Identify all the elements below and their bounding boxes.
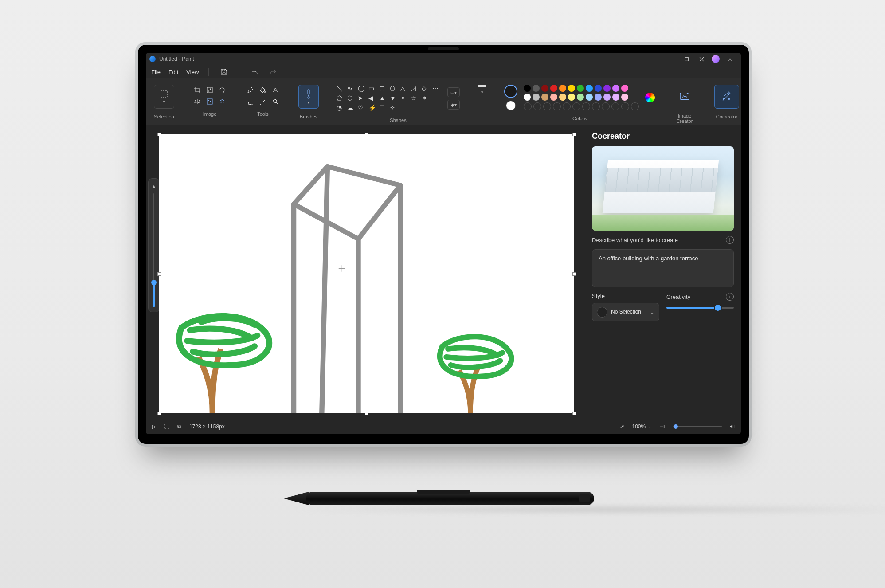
canvas-handle[interactable]: [573, 412, 576, 415]
color-swatch[interactable]: [550, 85, 557, 92]
close-button[interactable]: [694, 53, 709, 65]
zoom-in-button[interactable]: +⃝: [730, 423, 735, 430]
color-swatch[interactable]: [621, 85, 628, 92]
color-swatch[interactable]: [592, 102, 600, 110]
color-2[interactable]: [506, 101, 516, 110]
canvas-handle[interactable]: [158, 273, 161, 275]
color-swatch[interactable]: [612, 85, 619, 92]
color-swatch[interactable]: [577, 85, 584, 92]
shape-arrowu-icon: ▲: [379, 94, 388, 102]
fit-screen-button[interactable]: ⤢: [620, 423, 624, 430]
picker-tool[interactable]: [258, 96, 268, 107]
svg-point-8: [273, 99, 277, 103]
shape-diamond-icon: ◇: [422, 85, 431, 93]
minimize-button[interactable]: [664, 53, 679, 65]
cocreator-preview[interactable]: [592, 146, 734, 231]
menu-view[interactable]: View: [186, 69, 199, 75]
color-swatch[interactable]: [541, 85, 548, 92]
remove-bg-tool[interactable]: [204, 96, 215, 107]
color-swatch[interactable]: [595, 94, 602, 101]
color-swatch[interactable]: [621, 94, 628, 101]
settings-button[interactable]: [722, 53, 737, 65]
color-swatch[interactable]: [612, 94, 619, 101]
magic-select-tool[interactable]: [217, 96, 227, 107]
color-swatch[interactable]: [586, 85, 593, 92]
fill-tool[interactable]: [258, 85, 268, 95]
redo-button[interactable]: [268, 67, 278, 77]
cursor-tool-icon[interactable]: ▷: [152, 423, 156, 430]
user-avatar[interactable]: [712, 55, 720, 63]
canvas-handle[interactable]: [573, 273, 576, 275]
canvas-handle[interactable]: [365, 133, 368, 136]
shape-fill-button[interactable]: ◆▾: [447, 100, 460, 110]
resize-tool[interactable]: [204, 85, 215, 95]
shape-callout-icon: ◔: [337, 104, 345, 112]
color-swatch[interactable]: [582, 102, 590, 110]
style-select[interactable]: No Selection ⌄: [592, 303, 659, 321]
color-swatch[interactable]: [631, 102, 639, 110]
color-swatch[interactable]: [524, 102, 532, 110]
text-tool[interactable]: [270, 85, 281, 95]
color-swatch[interactable]: [533, 102, 541, 110]
zoom-dropdown-icon[interactable]: ⌄: [648, 424, 652, 429]
save-button[interactable]: [219, 67, 229, 77]
stroke-size-button[interactable]: [478, 85, 486, 87]
pencil-tool[interactable]: [245, 85, 256, 95]
color-swatch[interactable]: [568, 85, 575, 92]
window-title: Untitled - Paint: [159, 56, 194, 62]
color-swatch[interactable]: [524, 94, 531, 101]
flip-tool[interactable]: [192, 96, 203, 107]
color-swatch[interactable]: [572, 102, 580, 110]
selection-tool[interactable]: ▾: [154, 85, 174, 109]
color-swatch[interactable]: [595, 85, 602, 92]
magnifier-tool[interactable]: [270, 96, 281, 107]
info-icon[interactable]: i: [726, 293, 734, 301]
canvas-handle[interactable]: [573, 133, 576, 136]
undo-button[interactable]: [249, 67, 260, 77]
color-swatch[interactable]: [559, 94, 566, 101]
group-tools: Tools: [242, 82, 284, 117]
color-swatch[interactable]: [611, 102, 619, 110]
color-1[interactable]: [504, 85, 517, 98]
brush-size-slider[interactable]: ▲: [149, 179, 159, 312]
image-creator-button[interactable]: [673, 85, 697, 108]
rotate-tool[interactable]: [217, 85, 227, 95]
svg-rect-1: [685, 57, 688, 61]
brushes-button[interactable]: ▾: [298, 85, 319, 109]
color-swatch[interactable]: [621, 102, 629, 110]
color-swatch[interactable]: [533, 85, 540, 92]
title-bar[interactable]: Untitled - Paint: [146, 53, 741, 65]
color-swatch[interactable]: [577, 94, 584, 101]
color-swatch[interactable]: [559, 85, 566, 92]
zoom-slider[interactable]: [673, 426, 722, 427]
canvas[interactable]: [159, 134, 574, 413]
canvas-handle[interactable]: [158, 412, 161, 415]
eraser-tool[interactable]: [245, 96, 256, 107]
shape-gallery[interactable]: ＼∿◯▭▢⬠△◿◇⋯ ⬠⬡➤◀▲▼✦☆✶ ◔☁♡⚡☐✧: [337, 85, 441, 112]
color-swatch[interactable]: [568, 94, 575, 101]
color-swatch[interactable]: [553, 102, 561, 110]
maximize-button[interactable]: [679, 53, 694, 65]
color-swatch[interactable]: [541, 94, 548, 101]
shape-outline-button[interactable]: ▭▾: [447, 87, 460, 97]
color-swatch[interactable]: [602, 102, 610, 110]
canvas-handle[interactable]: [365, 412, 368, 415]
color-swatch[interactable]: [524, 85, 531, 92]
color-swatch[interactable]: [586, 94, 593, 101]
cocreator-button[interactable]: [714, 85, 739, 109]
zoom-out-button[interactable]: −⃝: [660, 423, 665, 430]
creativity-slider[interactable]: [666, 304, 734, 311]
crop-tool[interactable]: [192, 85, 203, 95]
menu-file[interactable]: File: [151, 69, 161, 75]
canvas-handle[interactable]: [158, 133, 161, 136]
color-swatch[interactable]: [563, 102, 571, 110]
color-swatch[interactable]: [533, 94, 540, 101]
color-swatch[interactable]: [603, 94, 611, 101]
color-swatch[interactable]: [550, 94, 557, 101]
info-icon[interactable]: i: [726, 236, 734, 244]
prompt-input[interactable]: An office building with a garden terrace: [592, 249, 734, 287]
menu-edit[interactable]: Edit: [168, 69, 178, 75]
edit-colors-button[interactable]: [645, 93, 655, 102]
color-swatch[interactable]: [543, 102, 551, 110]
color-swatch[interactable]: [603, 85, 611, 92]
